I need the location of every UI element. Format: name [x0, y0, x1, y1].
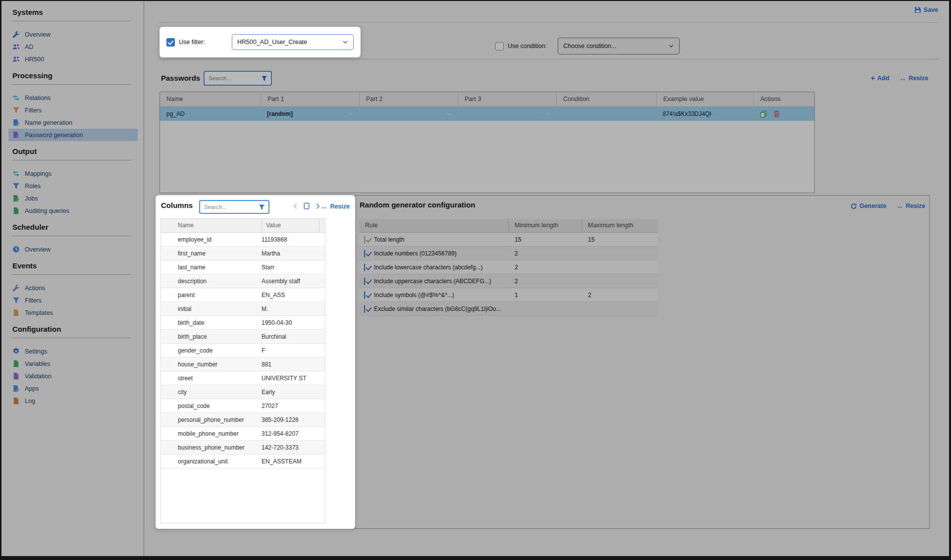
swap-arrows-icon [12, 170, 20, 177]
column-value: M. [262, 305, 325, 312]
rule-row-include-numbers-0123456789: Include numbers (0123456789)2 [359, 247, 658, 260]
sidebar-item-log[interactable]: Log [8, 395, 138, 407]
column-name: house_number [174, 361, 262, 368]
column-row-organizational-unit: organizational_unitEN_ASSTEAM [161, 455, 325, 468]
sidebar-item-mappings[interactable]: Mappings [8, 167, 138, 180]
doc-edit-icon [12, 131, 20, 139]
filter-select[interactable]: HR500_AD_User_Create [232, 34, 354, 50]
column-name: organizational_unit [174, 458, 262, 465]
rule-min-length[interactable]: 1 [508, 292, 581, 299]
rule-checkbox[interactable] [364, 263, 365, 271]
columns-search-input[interactable] [204, 204, 259, 210]
sidebar-item-label: Log [25, 398, 35, 405]
rule-checkbox[interactable] [364, 305, 365, 313]
passwords-title: Passwords [161, 74, 200, 82]
rule-min-length[interactable]: 2 [508, 264, 581, 271]
generator-resize-button[interactable]: ↔ Resize [896, 203, 925, 209]
sidebar-item-actions[interactable]: Actions [8, 282, 138, 294]
column-value: Assembly staff [262, 278, 325, 285]
generate-button[interactable]: Generate [850, 203, 886, 209]
doc-icon [12, 309, 20, 316]
column-value: Martha [262, 250, 325, 257]
square-icon[interactable] [303, 203, 310, 209]
sidebar-item-filters[interactable]: Filters [8, 294, 138, 306]
save-button[interactable]: Save [914, 6, 938, 13]
users-icon [12, 55, 20, 63]
sidebar-item-roles[interactable]: Roles [8, 180, 138, 192]
sidebar-item-filters[interactable]: Filters [8, 104, 138, 116]
sidebar-item-label: Apps [25, 385, 39, 392]
sidebar-item-settings[interactable]: Settings [8, 345, 138, 357]
chevron-down-icon[interactable] [347, 111, 353, 117]
filter-funnel-icon[interactable] [261, 75, 267, 82]
use-filter-label: Use filter: [179, 39, 205, 46]
rule-checkbox[interactable] [364, 250, 365, 257]
column-row-mobile-phone-number: mobile_phone_number312-954-8207 [161, 427, 325, 441]
columns-search [199, 200, 269, 214]
rule-row-include-lowercase-characters-abcdefg: Include lowercase characters (abcdefg...… [359, 260, 658, 274]
part1-value: [random] [267, 110, 293, 117]
column-row-postal-code: postal_code27027 [161, 399, 325, 413]
sidebar-item-relations[interactable]: Relations [8, 92, 138, 104]
add-button[interactable]: + Add [871, 75, 890, 82]
rule-checkbox[interactable] [364, 277, 365, 285]
rule-max-length[interactable]: 2 [581, 292, 658, 299]
condition-select[interactable]: Choose condition... [558, 38, 680, 54]
rule-checkbox[interactable] [364, 291, 365, 299]
columns-resize-button[interactable]: ↔ Resize [320, 203, 350, 210]
chevron-down-icon[interactable] [446, 111, 452, 117]
column-value: 1950-04-30 [262, 319, 325, 326]
handle-spacer [161, 219, 174, 232]
column-row-street: streetUNIVERSITY ST [161, 371, 325, 385]
sidebar-item-ad[interactable]: AD [8, 41, 138, 53]
cell-actions [753, 107, 813, 121]
delete-icon[interactable] [773, 110, 780, 117]
sidebar-item-variables[interactable]: Variables [8, 357, 138, 370]
sidebar-item-name-generation[interactable]: Name generation [8, 116, 138, 129]
sidebar-item-overview[interactable]: Overview [8, 28, 138, 41]
sidebar-item-label: Filters [25, 107, 42, 114]
rule-min-length[interactable]: 2 [508, 278, 581, 285]
passwords-resize-button[interactable]: ↔ Resize [899, 75, 928, 82]
wrench-icon [12, 284, 20, 292]
sidebar-item-overview[interactable]: Overview [8, 243, 138, 255]
resize-arrows-icon: ↔ [896, 203, 903, 209]
column-header-name: Name [174, 219, 262, 232]
sidebar-item-apps[interactable]: Apps [8, 382, 138, 395]
sidebar-item-label: Name generation [25, 119, 72, 126]
rule-max-length[interactable]: 15 [581, 236, 658, 243]
sidebar-item-auditing-queries[interactable]: Auditing queries [8, 204, 138, 217]
gear-icon [12, 348, 20, 355]
column-name: description [174, 278, 262, 285]
sidebar-item-label: Overview [25, 31, 51, 38]
column-value: 312-954-8207 [262, 430, 325, 437]
use-filter-checkbox[interactable] [166, 38, 175, 47]
use-condition-checkbox[interactable] [495, 42, 504, 51]
drag-cell [161, 333, 174, 340]
funnel-icon [12, 297, 20, 304]
filter-funnel-icon[interactable] [259, 204, 265, 210]
copy-icon[interactable] [760, 110, 767, 118]
rule-min-length[interactable]: 2 [508, 250, 581, 257]
rule-label: Include symbols (@#$%^&*...) [374, 292, 508, 299]
sidebar-item-jobs[interactable]: Jobs [8, 192, 138, 204]
passwords-search-input[interactable] [209, 75, 261, 81]
cell-part2 [359, 107, 458, 121]
drag-cell [161, 403, 174, 409]
cell-example-value: 874!a$Kx33DJ4QI [656, 107, 753, 121]
chevron-down-icon[interactable] [544, 111, 550, 117]
sidebar-item-hr500[interactable]: HR500 [8, 53, 138, 65]
sidebar-item-validation[interactable]: Validation [8, 370, 138, 382]
refresh-icon [850, 203, 857, 209]
cell-condition [556, 107, 656, 121]
sidebar-item-templates[interactable]: Templates [8, 306, 138, 319]
rule-min-length[interactable]: 15 [508, 236, 581, 243]
password-row[interactable]: pg_AD[random]874!a$Kx33DJ4QI [160, 107, 814, 121]
chevron-left-icon[interactable] [292, 203, 299, 209]
sidebar-item-label: Actions [25, 285, 45, 292]
chevron-right-icon[interactable] [315, 203, 321, 209]
drag-cell [161, 430, 174, 437]
sidebar-item-password-generation[interactable]: Password generation [8, 129, 138, 141]
drag-cell [161, 305, 174, 312]
sidebar-section-divider [12, 236, 131, 236]
